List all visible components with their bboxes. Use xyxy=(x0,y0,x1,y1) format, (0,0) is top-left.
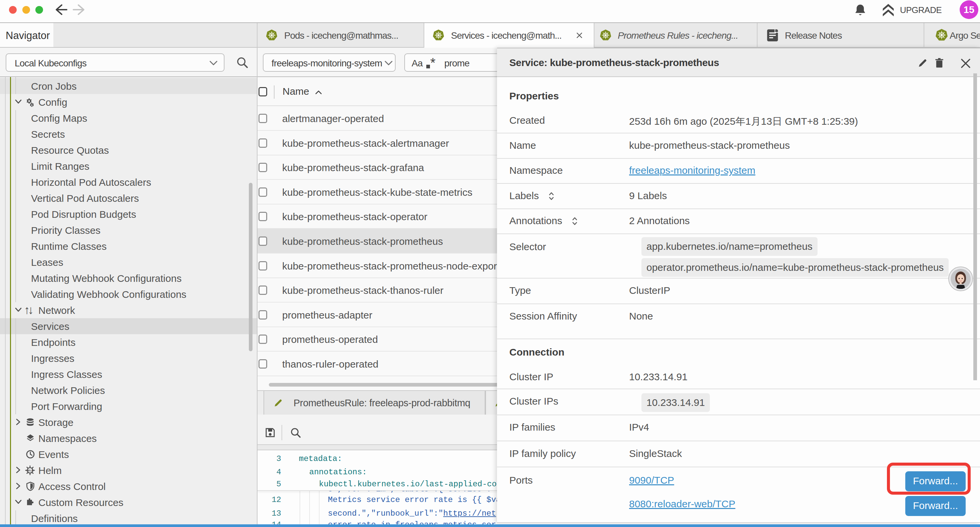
svg-text:HELM: HELM xyxy=(26,469,33,472)
